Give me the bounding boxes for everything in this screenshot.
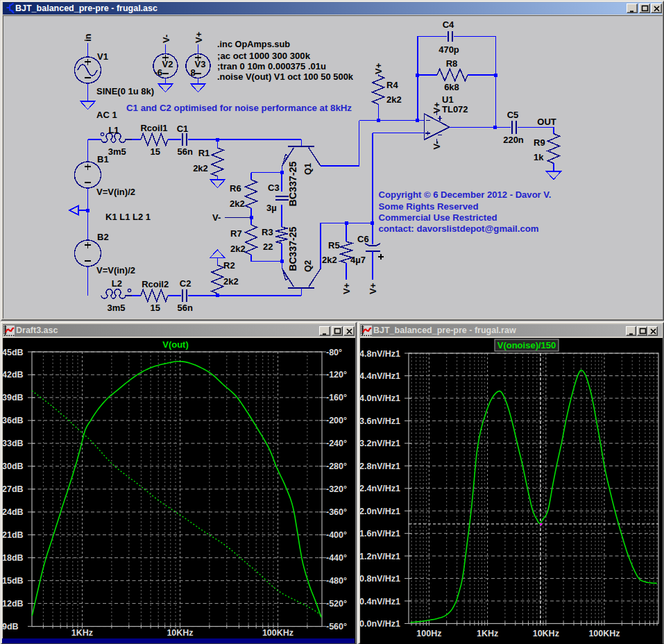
svg-text:-280°: -280° — [326, 461, 347, 471]
svg-text:100KHz: 100KHz — [262, 628, 293, 638]
svg-text:1KHz: 1KHz — [477, 629, 498, 638]
svg-text:2k2: 2k2 — [230, 198, 245, 209]
svg-text:Rcoil2: Rcoil2 — [142, 279, 169, 289]
svg-text:R3: R3 — [262, 227, 273, 237]
svg-text:45dB: 45dB — [3, 348, 24, 357]
svg-text:15: 15 — [151, 303, 160, 313]
svg-text:K1 L1 L2 1: K1 L1 L2 1 — [105, 212, 151, 222]
svg-text:100Hz: 100Hz — [416, 629, 441, 638]
svg-text:R6: R6 — [230, 183, 241, 194]
svg-text:V+: V+ — [373, 62, 384, 74]
svg-text:2k2: 2k2 — [193, 163, 208, 173]
svg-text:R1: R1 — [198, 148, 210, 158]
svg-text:6k8: 6k8 — [444, 82, 459, 92]
svg-text:56n: 56n — [178, 146, 193, 157]
svg-text:4.4nV/Hz1: 4.4nV/Hz1 — [360, 371, 400, 381]
svg-text:-440°: -440° — [326, 553, 347, 563]
svg-text:3m5: 3m5 — [108, 303, 126, 313]
svg-text:2k2: 2k2 — [223, 276, 239, 287]
svg-text:-320°: -320° — [326, 484, 347, 494]
svg-text:15: 15 — [151, 146, 160, 157]
svg-text:9dB: 9dB — [3, 622, 19, 632]
svg-text:-6: -6 — [155, 67, 163, 78]
svg-text:C2: C2 — [180, 278, 191, 289]
svg-text:4µ7: 4µ7 — [350, 255, 366, 265]
svg-text:2k2: 2k2 — [386, 94, 402, 105]
svg-text:Some Rights Reserved: Some Rights Reserved — [379, 201, 479, 212]
svg-text:220n: 220n — [503, 135, 524, 145]
svg-text:21dB: 21dB — [3, 530, 24, 540]
svg-text:R9: R9 — [534, 137, 545, 148]
svg-text:;ac oct 1000 300 300k: ;ac oct 1000 300 300k — [217, 51, 311, 61]
svg-text:8: 8 — [191, 67, 196, 78]
svg-text:-560°: -560° — [326, 622, 347, 632]
svg-text:-520°: -520° — [326, 599, 347, 609]
svg-text:contact: davorslistdepot@gmail: contact: davorslistdepot@gmail.com — [379, 223, 539, 234]
svg-text:OUT: OUT — [537, 117, 556, 127]
svg-text:C4: C4 — [443, 19, 454, 30]
svg-text:2.8nV/Hz1: 2.8nV/Hz1 — [360, 461, 400, 471]
svg-text:4.8nV/Hz1: 4.8nV/Hz1 — [360, 349, 400, 359]
svg-text:-240°: -240° — [326, 439, 347, 448]
svg-text:V(out): V(out) — [162, 339, 189, 350]
svg-text:15dB: 15dB — [3, 576, 24, 586]
svg-text:C3: C3 — [268, 183, 280, 193]
svg-text:39dB: 39dB — [3, 393, 24, 402]
svg-text:3.6nV/Hz1: 3.6nV/Hz1 — [360, 416, 400, 426]
svg-text:V=V(in)/2: V=V(in)/2 — [96, 187, 135, 197]
svg-text:-400°: -400° — [326, 530, 347, 540]
svg-text:Commercial Use Restricted: Commercial Use Restricted — [379, 212, 497, 223]
svg-text:BC337-25: BC337-25 — [287, 227, 298, 271]
svg-text:in: in — [83, 33, 93, 42]
svg-text:-480°: -480° — [326, 576, 347, 586]
svg-text:;tran 0 10m 0.000375 .01u: ;tran 0 10m 0.000375 .01u — [217, 61, 326, 71]
svg-text:Copyright © 6 December 2012 -: Copyright © 6 December 2012 - Davor V. — [379, 189, 552, 200]
svg-text:1KHz: 1KHz — [71, 628, 93, 638]
svg-text:33dB: 33dB — [3, 439, 24, 448]
svg-text:R8: R8 — [446, 58, 458, 69]
svg-text:R5: R5 — [328, 240, 340, 251]
svg-text:1.2nV/Hz1: 1.2nV/Hz1 — [360, 552, 400, 561]
svg-text:2k2: 2k2 — [322, 255, 337, 265]
svg-text:V+: V+ — [432, 102, 442, 114]
svg-text:L2: L2 — [112, 278, 122, 289]
svg-text:.noise V(out) V1 oct 100 50 50: .noise V(out) V1 oct 100 50 500k — [217, 71, 354, 82]
svg-text:0.8nV/Hz1: 0.8nV/Hz1 — [360, 574, 400, 584]
svg-text:V+: V+ — [194, 31, 204, 43]
svg-text:2.0nV/Hz1: 2.0nV/Hz1 — [360, 507, 400, 516]
svg-text:-160°: -160° — [326, 393, 347, 402]
svg-text:Q1: Q1 — [303, 163, 313, 175]
svg-text:TL072: TL072 — [442, 104, 468, 115]
svg-text:42dB: 42dB — [3, 370, 24, 380]
svg-text:V2: V2 — [162, 59, 173, 69]
svg-text:C1: C1 — [177, 124, 189, 134]
svg-text:1.6nV/Hz1: 1.6nV/Hz1 — [360, 529, 400, 539]
svg-text:C6: C6 — [357, 234, 369, 244]
svg-text:Q2: Q2 — [303, 260, 313, 272]
svg-text:10KHz: 10KHz — [167, 628, 193, 638]
svg-text:-200°: -200° — [326, 416, 347, 425]
svg-text:-80°: -80° — [326, 348, 342, 357]
svg-text:R4: R4 — [386, 80, 398, 90]
svg-text:Rcoil1: Rcoil1 — [140, 123, 167, 133]
svg-text:18dB: 18dB — [3, 553, 24, 563]
svg-text:0.0nV/Hz1: 0.0nV/Hz1 — [360, 619, 400, 629]
svg-text:30dB: 30dB — [3, 461, 24, 471]
svg-text:V3: V3 — [195, 59, 206, 69]
svg-text:3m5: 3m5 — [108, 146, 126, 157]
svg-text:3µ: 3µ — [266, 203, 277, 213]
svg-text:V-: V- — [432, 141, 442, 149]
svg-text:B1: B1 — [97, 154, 109, 164]
svg-text:B2: B2 — [97, 232, 109, 242]
svg-text:-360°: -360° — [326, 507, 347, 517]
svg-text:V-: V- — [161, 35, 171, 43]
svg-text:22: 22 — [263, 242, 273, 252]
svg-text:SINE(0 1u 8k): SINE(0 1u 8k) — [96, 86, 154, 96]
svg-text:.inc OpAmps.sub: .inc OpAmps.sub — [217, 39, 290, 49]
svg-text:C5: C5 — [507, 110, 519, 120]
svg-text:R7: R7 — [230, 228, 242, 239]
svg-text:2k2: 2k2 — [230, 244, 246, 254]
svg-text:470p: 470p — [439, 44, 459, 55]
svg-text:V+: V+ — [368, 282, 378, 294]
svg-text:V+: V+ — [341, 282, 352, 294]
